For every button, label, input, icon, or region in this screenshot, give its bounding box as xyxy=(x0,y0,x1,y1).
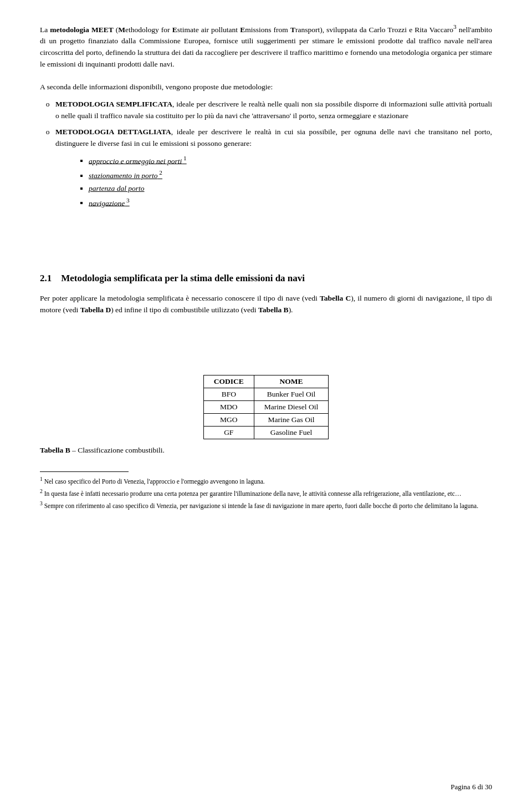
table-row: MDO Marine Diesel Oil xyxy=(203,400,329,413)
bullet-item-partenza: partenza dal porto xyxy=(89,182,492,195)
page-number: Pagina 6 di 30 xyxy=(451,783,492,791)
cell-bfo-name: Bunker Fuel Oil xyxy=(254,388,328,400)
semplificata-label: METODOLOGIA SEMPLIFICATA xyxy=(55,100,172,108)
dettagliata-label: METODOLOGIA DETTAGLIATA xyxy=(55,128,171,136)
footnote-divider xyxy=(40,471,129,472)
tabella-b-bold: Tabella B xyxy=(40,446,70,454)
fuel-table-container: CODICE NOME BFO Bunker Fuel Oil MDO Mari… xyxy=(40,375,492,439)
footnote-2: 2 In questa fase è infatti necessario pr… xyxy=(40,488,492,499)
o-bullet-1: o xyxy=(40,99,55,110)
fuel-table-body: BFO Bunker Fuel Oil MDO Marine Diesel Oi… xyxy=(203,388,329,439)
section-2-1-para: Per poter applicare la metodologia sempl… xyxy=(40,293,492,316)
section-title: Metodologia semplificata per la stima de… xyxy=(61,273,305,283)
list-item-dettagliata: o METODOLOGIA DETTAGLIATA, ideale per de… xyxy=(40,126,492,213)
fuel-table-header: CODICE NOME xyxy=(203,375,329,388)
bullet-sublist: approccio e ormeggio nei porti 1 stazion… xyxy=(89,153,492,210)
list-item-semplificata: o METODOLOGIA SEMPLIFICATA, ideale per d… xyxy=(40,99,492,122)
tabella-b-desc: – Classificazione combustibili. xyxy=(70,446,165,454)
intro-paragraph: La metodologia MEET (Methodology for Est… xyxy=(40,22,492,70)
footnotes-section: 1 Nel caso specifico del Porto di Venezi… xyxy=(40,475,492,511)
bullet-item-approccio: approccio e ormeggio nei porti 1 xyxy=(89,153,492,168)
metodologie-intro-text: A seconda delle informazioni disponibili… xyxy=(40,82,492,93)
table-row: BFO Bunker Fuel Oil xyxy=(203,388,329,400)
cell-mdo-name: Marine Diesel Oil xyxy=(254,400,328,413)
section-2-1-heading: 2.1 Metodologia semplificata per la stim… xyxy=(40,272,492,285)
cell-mgo-code: MGO xyxy=(203,413,254,426)
bullet-item-navigazione: navigazione 3 xyxy=(89,195,492,210)
fuel-table: CODICE NOME BFO Bunker Fuel Oil MDO Mari… xyxy=(203,375,329,439)
tabella-b-caption: Tabella B – Classificazione combustibili… xyxy=(40,446,492,455)
item-semplificata-text: METODOLOGIA SEMPLIFICATA, ideale per des… xyxy=(55,99,492,122)
table-row: GF Gasoline Fuel xyxy=(203,426,329,439)
col-codice: CODICE xyxy=(203,375,254,388)
bullet-item-stazionamento: stazionamento in porto 2 xyxy=(89,168,492,182)
footnote-3: 3 Sempre con riferimento al caso specifi… xyxy=(40,500,492,511)
cell-gf-name: Gasoline Fuel xyxy=(254,426,328,439)
cell-mgo-name: Marine Gas Oil xyxy=(254,413,328,426)
metodologie-list: o METODOLOGIA SEMPLIFICATA, ideale per d… xyxy=(40,99,492,213)
o-bullet-2: o xyxy=(40,126,55,138)
cell-gf-code: GF xyxy=(203,426,254,439)
section-number: 2.1 xyxy=(40,273,52,283)
footnote-1: 1 Nel caso specifico del Porto di Venezi… xyxy=(40,475,492,486)
table-row: MGO Marine Gas Oil xyxy=(203,413,329,426)
col-nome: NOME xyxy=(254,375,328,388)
item-dettagliata-text: METODOLOGIA DETTAGLIATA, ideale per desc… xyxy=(55,126,492,213)
cell-bfo-code: BFO xyxy=(203,388,254,400)
cell-mdo-code: MDO xyxy=(203,400,254,413)
